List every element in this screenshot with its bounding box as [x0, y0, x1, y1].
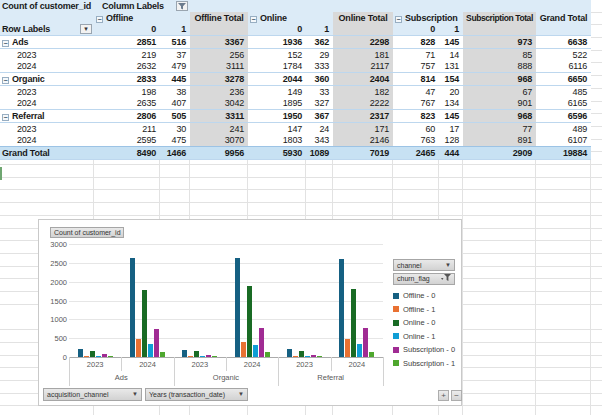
collapse-icon[interactable]: − — [250, 16, 257, 23]
pivot-value-cell[interactable]: 147 — [248, 122, 306, 134]
pivot-value-cell[interactable]: 367 — [306, 110, 333, 123]
pivot-value-cell[interactable]: 407 — [160, 98, 190, 110]
pivot-value-cell[interactable]: 485 — [536, 85, 591, 97]
collapse-icon[interactable]: − — [2, 40, 9, 47]
flag-header-0[interactable]: 0 — [94, 23, 160, 35]
pivot-value-cell[interactable]: 360 — [306, 73, 333, 86]
pivot-value-cell[interactable]: 2806 — [94, 110, 160, 123]
pivot-value-cell[interactable]: 77 — [463, 122, 536, 134]
pivot-value-cell[interactable]: 152 — [248, 48, 306, 60]
pivot-row-label-cell[interactable]: −Ads — [0, 36, 94, 49]
pivot-value-cell[interactable]: 2404 — [333, 73, 393, 86]
subscription-field-header[interactable]: −Subscription — [393, 12, 463, 24]
pivot-value-cell[interactable]: 7019 — [333, 147, 393, 160]
pivot-value-cell[interactable]: 6165 — [536, 98, 591, 110]
pivot-value-cell[interactable]: 2909 — [463, 147, 536, 160]
pivot-value-cell[interactable]: 6638 — [536, 36, 591, 49]
pivot-value-cell[interactable]: 444 — [439, 147, 463, 160]
flag-header-0[interactable]: 0 — [393, 23, 439, 35]
pivot-value-cell[interactable]: 6650 — [536, 73, 591, 86]
pivot-value-cell[interactable]: 505 — [160, 110, 190, 123]
pivot-value-cell[interactable]: 29 — [306, 48, 333, 60]
pivot-value-cell[interactable]: 479 — [160, 60, 190, 72]
pivot-value-cell[interactable]: 149 — [248, 85, 306, 97]
pivot-value-cell[interactable]: 2298 — [333, 36, 393, 49]
pivot-row-label-cell[interactable]: 2024 — [0, 98, 94, 110]
pivot-value-cell[interactable]: 1936 — [248, 36, 306, 49]
pivot-value-cell[interactable]: 6107 — [536, 135, 591, 147]
pivot-value-cell[interactable]: 343 — [306, 135, 333, 147]
pivot-value-cell[interactable]: 24 — [306, 122, 333, 134]
pivot-value-cell[interactable]: 968 — [463, 110, 536, 123]
pivot-value-cell[interactable]: 47 — [393, 85, 439, 97]
pivot-value-cell[interactable]: 3070 — [190, 135, 248, 147]
pivot-value-cell[interactable]: 1089 — [306, 147, 333, 160]
pivot-value-cell[interactable]: 171 — [333, 122, 393, 134]
churn-flag-field-button[interactable]: churn_flag — [393, 273, 455, 285]
collapse-button[interactable]: − — [451, 390, 462, 401]
pivot-row-label-cell[interactable]: −Referral — [0, 110, 94, 123]
pivot-value-cell[interactable]: 489 — [536, 122, 591, 134]
pivot-row-label-cell[interactable]: 2023 — [0, 48, 94, 60]
pivot-value-cell[interactable]: 145 — [439, 110, 463, 123]
pivot-value-cell[interactable]: 973 — [463, 36, 536, 49]
pivot-value-cell[interactable]: 2044 — [248, 73, 306, 86]
pivot-value-cell[interactable]: 3278 — [190, 73, 248, 86]
collapse-icon[interactable]: − — [2, 77, 9, 84]
online-field-header[interactable]: −Online — [248, 12, 333, 24]
pivot-value-cell[interactable]: 145 — [439, 36, 463, 49]
pivot-value-cell[interactable]: 516 — [160, 36, 190, 49]
row-labels-dropdown-button[interactable]: ▾ — [80, 24, 92, 34]
pivot-value-cell[interactable]: 2833 — [94, 73, 160, 86]
pivot-value-cell[interactable]: 2465 — [393, 147, 439, 160]
pivot-value-cell[interactable]: 6596 — [536, 110, 591, 123]
offline-field-header[interactable]: −Offline — [94, 12, 190, 24]
pivot-value-cell[interactable]: 3111 — [190, 60, 248, 72]
pivot-value-cell[interactable]: 522 — [536, 48, 591, 60]
pivot-value-cell[interactable]: 1950 — [248, 110, 306, 123]
pivot-value-cell[interactable]: 33 — [306, 85, 333, 97]
pivot-value-cell[interactable]: 182 — [333, 85, 393, 97]
pivot-value-cell[interactable]: 3311 — [190, 110, 248, 123]
pivot-value-cell[interactable]: 67 — [463, 85, 536, 97]
pivot-value-cell[interactable]: 333 — [306, 60, 333, 72]
pivot-value-cell[interactable]: 131 — [439, 60, 463, 72]
pivot-value-cell[interactable]: 19884 — [536, 147, 591, 160]
flag-header-1[interactable]: 1 — [439, 23, 463, 35]
pivot-value-cell[interactable]: 763 — [393, 135, 439, 147]
row-labels-cell[interactable]: Row Labels ▾ — [0, 23, 94, 35]
pivot-value-cell[interactable]: 968 — [463, 73, 536, 86]
pivot-value-cell[interactable]: 71 — [393, 48, 439, 60]
pivot-value-cell[interactable]: 475 — [160, 135, 190, 147]
pivot-value-cell[interactable]: 901 — [463, 98, 536, 110]
pivot-value-cell[interactable]: 1784 — [248, 60, 306, 72]
offline-total-header[interactable]: Offline Total — [190, 12, 248, 24]
pivot-row-label-cell[interactable]: 2023 — [0, 122, 94, 134]
pivot-value-cell[interactable]: 38 — [160, 85, 190, 97]
online-total-header[interactable]: Online Total — [333, 12, 393, 24]
pivot-row-label-cell[interactable]: 2024 — [0, 60, 94, 72]
pivot-value-cell[interactable]: 17 — [439, 122, 463, 134]
pivot-value-cell[interactable]: 2222 — [333, 98, 393, 110]
pivot-value-cell[interactable]: 181 — [333, 48, 393, 60]
collapse-icon[interactable]: − — [2, 114, 9, 121]
pivot-value-cell[interactable]: 1895 — [248, 98, 306, 110]
years-field-button[interactable]: ▼ Years (transaction_date) — [145, 388, 248, 401]
pivot-value-cell[interactable]: 85 — [463, 48, 536, 60]
pivot-value-cell[interactable]: 241 — [190, 122, 248, 134]
pivot-value-cell[interactable]: 134 — [439, 98, 463, 110]
pivot-value-cell[interactable]: 2632 — [94, 60, 160, 72]
pivot-value-cell[interactable]: 2146 — [333, 135, 393, 147]
grand-total-header[interactable]: Grand Total — [536, 12, 591, 24]
pivot-value-cell[interactable]: 2851 — [94, 36, 160, 49]
expand-button[interactable]: + — [438, 390, 449, 401]
pivot-value-cell[interactable]: 891 — [463, 135, 536, 147]
pivot-value-cell[interactable]: 3042 — [190, 98, 248, 110]
collapse-icon[interactable]: − — [395, 16, 402, 23]
pivot-value-cell[interactable]: 2635 — [94, 98, 160, 110]
acquisition-channel-field-button[interactable]: ▼ acquisition_channel — [43, 388, 142, 401]
pivot-value-cell[interactable]: 236 — [190, 85, 248, 97]
pivot-value-cell[interactable]: 219 — [94, 48, 160, 60]
pivot-value-cell[interactable]: 14 — [439, 48, 463, 60]
chart-title-field-button[interactable]: Count of customer_id — [50, 227, 124, 238]
